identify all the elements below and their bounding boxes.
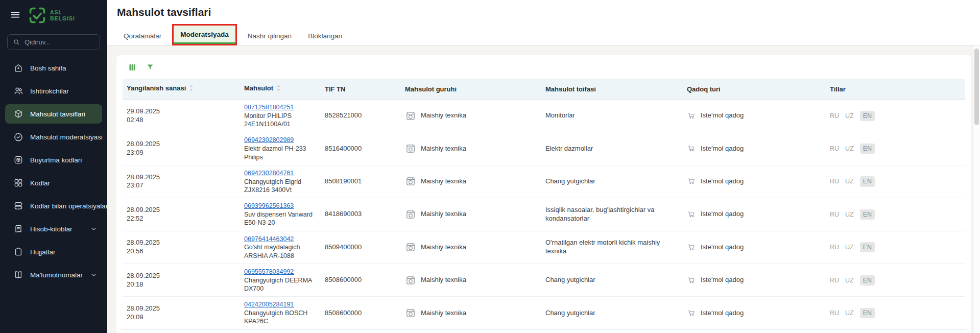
appliance-icon bbox=[405, 143, 416, 154]
product-group-cell: Maishiy texnika bbox=[401, 132, 541, 165]
column-header-mahsulot[interactable]: Mahsulot bbox=[240, 79, 321, 100]
product-cell: 04242005284191 Changyutgich BOSCH KPA26C bbox=[240, 297, 321, 329]
category-cell: Chang yutgichlar bbox=[541, 264, 683, 296]
order-codes-icon bbox=[13, 155, 23, 165]
chevron-down-icon bbox=[90, 225, 98, 233]
updated-time: 23:09 bbox=[127, 149, 236, 157]
languages-cell: RUUZEN bbox=[826, 329, 965, 333]
filter-icon bbox=[146, 63, 155, 72]
category-cell: Elektr dazmollar bbox=[541, 132, 683, 165]
appliance-icon bbox=[405, 209, 416, 220]
sort-icon bbox=[189, 84, 194, 93]
cart-icon bbox=[687, 144, 696, 153]
language-badge-ru: RU bbox=[830, 112, 839, 120]
search-input[interactable] bbox=[25, 38, 94, 46]
sidebar-top: ASL BELGISI bbox=[0, 0, 107, 29]
content-area: Yangilanish sanasiMahsulotTIF TNMahsulot… bbox=[107, 45, 980, 333]
updated-at-cell: 28.09.2025 23:09 bbox=[123, 132, 240, 165]
sidebar-item-hujjatlar[interactable]: Hujjatlar bbox=[5, 242, 102, 261]
product-code-link[interactable]: 04242005284191 bbox=[244, 300, 294, 308]
languages-cell: RUUZEN bbox=[826, 231, 965, 264]
languages-cell: RUUZEN bbox=[826, 132, 965, 165]
product-code-link[interactable]: 06939962561363 bbox=[244, 202, 294, 210]
filter-button[interactable] bbox=[146, 62, 156, 73]
tab-moderatsiyada[interactable]: Moderatsiyada bbox=[174, 26, 235, 44]
packaging-label: Iste'mol qadog bbox=[701, 210, 744, 219]
language-badge-ru: RU bbox=[830, 276, 839, 284]
sidebar-item-mahsulot-moderatsiyasi[interactable]: Mahsulot moderatsiyasi bbox=[5, 127, 102, 147]
menu-toggle-button[interactable] bbox=[9, 9, 21, 21]
scrollbar[interactable] bbox=[973, 45, 980, 333]
column-label: Mahsulot toifasi bbox=[545, 85, 596, 93]
cart-icon bbox=[687, 243, 696, 252]
packaging-label: Iste'mol qadog bbox=[701, 177, 744, 186]
column-label: TIF TN bbox=[325, 85, 345, 93]
packaging-cell: Iste'mol qadog bbox=[683, 100, 826, 132]
scrollbar-thumb[interactable] bbox=[974, 49, 979, 125]
languages-cell: RUUZEN bbox=[826, 264, 965, 296]
columns-button[interactable] bbox=[128, 62, 138, 73]
product-group-cell: Maishiy texnika bbox=[401, 297, 541, 329]
appliance-icon bbox=[405, 110, 416, 122]
language-badge-en: EN bbox=[860, 176, 875, 186]
sidebar-item-buyurtma-kodlari[interactable]: Buyurtma kodlari bbox=[5, 150, 102, 170]
sidebar-item-label: Mahsulot moderatsiyasi bbox=[30, 133, 103, 141]
column-header-tif-tn: TIF TN bbox=[321, 79, 401, 100]
product-name: Go'sht maydalagich ARSHIA AR-1088 bbox=[244, 243, 317, 260]
product-code-link[interactable]: 06942302804761 bbox=[244, 169, 294, 177]
table-row: 29.09.2025 02:48 08712581804251 Monitor … bbox=[123, 100, 965, 132]
group-label: Maishiy texnika bbox=[421, 243, 466, 252]
product-code-link[interactable]: 06955578034992 bbox=[244, 268, 294, 276]
product-name: Monitor PHILIPS 24E1N1100A/01 bbox=[244, 112, 317, 129]
tif-tn-cell: 8508190001 bbox=[321, 165, 401, 198]
packaging-cell: Iste'mol qadog bbox=[683, 165, 826, 198]
group-label: Maishiy texnika bbox=[421, 177, 466, 186]
product-code-link[interactable]: 06976414463042 bbox=[244, 235, 294, 243]
packaging-label: Iste'mol qadog bbox=[701, 276, 744, 284]
sidebar: ASL BELGISI Bosh sahifa Ishtirokchilar M… bbox=[0, 0, 107, 333]
table-header-row: Yangilanish sanasiMahsulotTIF TNMahsulot… bbox=[123, 79, 965, 100]
clipboard-icon bbox=[13, 247, 23, 257]
sidebar-item-label: Bosh sahifa bbox=[30, 64, 66, 72]
sidebar-item-kodlar[interactable]: Kodlar bbox=[5, 173, 102, 193]
product-code-link[interactable]: 08712581804251 bbox=[244, 103, 294, 111]
sidebar-item-ma-lumotnomalar[interactable]: Ma'lumotnomalar bbox=[5, 265, 102, 284]
tif-tn-cell: 8528521000 bbox=[321, 100, 401, 132]
updated-time: 20:18 bbox=[127, 280, 236, 289]
language-badge-en: EN bbox=[860, 111, 875, 121]
updated-time: 02:48 bbox=[127, 116, 236, 125]
column-header-yangilanish-sanasi[interactable]: Yangilanish sanasi bbox=[123, 79, 240, 100]
cart-icon bbox=[687, 276, 696, 285]
column-header-mahsulot-toifasi: Mahsulot toifasi bbox=[541, 79, 683, 100]
tif-tn-cell: 8516400000 bbox=[321, 132, 401, 165]
logo-checkmark-icon bbox=[29, 7, 46, 24]
table-card: Yangilanish sanasiMahsulotTIF TNMahsulot… bbox=[116, 55, 971, 333]
language-badge-en: EN bbox=[860, 308, 875, 318]
language-badge-uz: UZ bbox=[845, 243, 854, 251]
table-row: 28.09.2025 22:52 06939962561363 Suv disp… bbox=[123, 198, 965, 231]
updated-date: 28.09.2025 bbox=[127, 206, 236, 215]
sidebar-item-mahsulot-tavsiflari[interactable]: Mahsulot tavsiflari bbox=[5, 104, 102, 124]
column-header-mahsulot-guruhi: Mahsulot guruhi bbox=[401, 79, 541, 100]
sidebar-item-label: Hisob-kitoblar bbox=[30, 225, 73, 233]
logo-text-line2: BELGISI bbox=[50, 15, 75, 21]
group-label: Maishiy texnika bbox=[421, 309, 466, 318]
sidebar-item-kodlar-bilan-operatsiyalar[interactable]: Kodlar bilan operatsiyalar bbox=[5, 196, 102, 216]
sidebar-item-hisob-kitoblar[interactable]: Hisob-kitoblar bbox=[5, 219, 102, 239]
updated-time: 20:56 bbox=[127, 247, 236, 256]
packaging-cell: Iste'mol qadog bbox=[683, 198, 826, 231]
tab-bloklangan[interactable]: Bloklangan bbox=[301, 27, 349, 45]
tab-nashr-qilingan[interactable]: Nashr qilingan bbox=[241, 27, 298, 45]
table-row: 28.09.2025 20:56 06976414463042 Go'sht m… bbox=[123, 231, 965, 264]
sidebar-item-ishtirokchilar[interactable]: Ishtirokchilar bbox=[5, 81, 102, 101]
product-code-link[interactable]: 06942302802989 bbox=[244, 136, 294, 144]
codes-icon bbox=[13, 178, 23, 188]
product-group-cell: Maishiy texnika bbox=[401, 231, 541, 264]
product-cell: 06971184588162 Changyutgich LG BO-37R bbox=[240, 329, 321, 333]
packaging-label: Iste'mol qadog bbox=[701, 309, 744, 318]
language-badge-uz: UZ bbox=[845, 145, 854, 153]
cube-icon bbox=[13, 109, 23, 119]
sidebar-item-bosh-sahifa[interactable]: Bosh sahifa bbox=[5, 58, 102, 78]
tab-qoralamalar[interactable]: Qoralamalar bbox=[117, 27, 168, 45]
app-logo[interactable]: ASL BELGISI bbox=[29, 7, 75, 24]
